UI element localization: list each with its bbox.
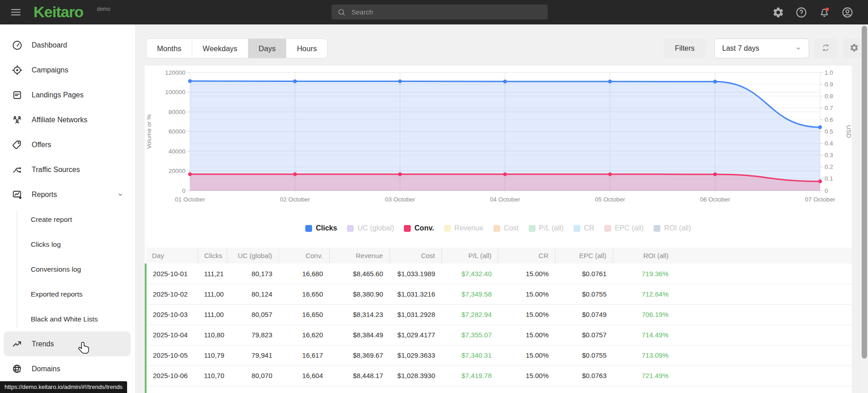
cell-cost: $1,029.4177 [389, 325, 441, 345]
app-logo[interactable]: Keitaro [33, 3, 83, 21]
legend-item-p-l-all-[interactable]: P/L (all) [529, 224, 564, 232]
col-header-cost[interactable]: Cost [389, 248, 441, 264]
cell-cost: $1,031.2928 [389, 304, 441, 325]
legend-label: EPC (all) [615, 224, 644, 232]
table-row: 2025-10-02111,0080,12416,650$8,380.90$1,… [146, 284, 852, 304]
sidebar-item-affiliate-networks[interactable]: Affiliate Networks [0, 107, 135, 132]
refresh-button[interactable] [814, 38, 838, 58]
cell-roi-all-: 719.36% [613, 264, 675, 284]
col-header-conv-[interactable]: Conv. [279, 248, 329, 264]
sidebar-item-traffic-sources[interactable]: Traffic Sources [0, 157, 135, 182]
cell-day: 2025-10-01 [146, 264, 198, 284]
col-header-roi-all-[interactable]: ROI (all) [613, 248, 675, 264]
sidebar-item-dashboard[interactable]: Dashboard [0, 33, 135, 58]
tab-months[interactable]: Months [147, 39, 192, 58]
col-header-day[interactable]: Day [146, 248, 198, 264]
legend-label: CR [584, 224, 594, 232]
date-range-value: Last 7 days [722, 44, 794, 53]
chevron-down-icon [116, 191, 124, 199]
cell-uc-global-: 80,057 [227, 304, 279, 325]
col-header-clicks[interactable]: Clicks [198, 248, 227, 264]
svg-text:05 October: 05 October [595, 196, 625, 203]
period-tabs: MonthsWeekdaysDaysHours [146, 38, 327, 58]
col-header-epc-all-[interactable]: EPC (all) [555, 248, 613, 264]
cell-p-l-all-: $7,355.07 [441, 325, 498, 345]
chart-svg: 00.10.20.30.40.50.60.70.80.91.0020000400… [145, 66, 852, 216]
svg-text:01 October: 01 October [175, 196, 205, 203]
legend-swatch [404, 225, 411, 232]
sidebar-item-landings-pages[interactable]: Landings Pages [0, 82, 135, 107]
legend-item-revenue[interactable]: Revenue [444, 224, 484, 232]
svg-text:1.0: 1.0 [825, 69, 833, 76]
legend-swatch [529, 225, 536, 232]
env-label: demo [97, 6, 110, 12]
campaigns-icon [12, 65, 23, 76]
cell-cost: $1,033.1989 [389, 264, 441, 284]
table-row: 2025-10-0764,4044,4579,449$4,399.84$597.… [146, 386, 852, 393]
cell-uc-global-: 80,070 [227, 365, 279, 386]
sidebar-subitem-clicks-log[interactable]: Clicks log [0, 232, 135, 257]
cell-clicks: 110,79 [198, 345, 227, 365]
sidebar-subitem-black-and-white-lists[interactable]: Black and White Lists [0, 307, 135, 331]
col-header-revenue[interactable]: Revenue [329, 248, 389, 264]
cell-cr: 15.00% [498, 284, 555, 304]
tab-weekdays[interactable]: Weekdays [192, 39, 248, 58]
col-header-cr[interactable]: CR [498, 248, 555, 264]
sidebar-item-trends[interactable]: Trends [4, 331, 131, 356]
legend-item-cr[interactable]: CR [574, 224, 594, 232]
cell-conv-: 16,604 [279, 365, 329, 386]
tab-hours[interactable]: Hours [286, 39, 327, 58]
sidebar-item-reports[interactable]: Reports [0, 182, 135, 207]
sidebar: DashboardCampaignsLandings PagesAffiliat… [0, 24, 136, 393]
search-box[interactable] [332, 5, 548, 19]
scrollbar-thumb[interactable] [862, 26, 867, 359]
legend-item-clicks[interactable]: Clicks [305, 224, 337, 232]
affiliates-icon [12, 115, 23, 125]
sidebar-item-offers[interactable]: $Offers [0, 132, 135, 157]
cell-roi-all-: 713.09% [613, 345, 675, 365]
status-url: https://demo.keitaro.io/admin/#!/trends/… [0, 381, 127, 393]
report-controls: Filters Last 7 days [664, 38, 866, 58]
cell-p-l-all-: $7,432.40 [441, 264, 498, 284]
cell-cr: 15.00% [498, 264, 555, 284]
account-icon[interactable] [841, 6, 854, 19]
notifications-icon[interactable] [818, 6, 830, 19]
cell-day: 2025-10-06 [146, 365, 198, 386]
search-icon [337, 8, 346, 17]
col-header-uc-global-[interactable]: UC (global) [227, 248, 279, 264]
help-icon[interactable] [795, 6, 807, 19]
legend-item-epc-all-[interactable]: EPC (all) [604, 224, 644, 232]
legend-item-roi-all-[interactable]: ROI (all) [654, 224, 691, 232]
settings-icon[interactable] [772, 6, 784, 19]
sidebar-subitem-exported-reports[interactable]: Exported reports [0, 282, 135, 307]
trends-card: 00.10.20.30.40.50.60.70.80.91.0020000400… [145, 66, 852, 393]
sidebar-subitem-conversions-log[interactable]: Conversions log [0, 257, 135, 282]
svg-text:0.6: 0.6 [825, 116, 833, 123]
legend-item-uc-global-[interactable]: UC (global) [347, 224, 394, 232]
cell-revenue: $4,399.84 [329, 386, 389, 393]
legend-item-conv-[interactable]: Conv. [404, 224, 434, 232]
col-header-p-l-all-[interactable]: P/L (all) [441, 248, 498, 264]
date-range-dropdown[interactable]: Last 7 days [714, 38, 809, 58]
sidebar-item-campaigns[interactable]: Campaigns [0, 58, 135, 82]
scrollbar[interactable] [861, 24, 868, 393]
sidebar-item-label: Traffic Sources [32, 166, 80, 174]
filters-button[interactable]: Filters [664, 38, 706, 58]
reports-submenu: Create reportClicks logConversions logEx… [0, 207, 135, 331]
cell-p-l-all-: $4,046.46 [441, 386, 498, 393]
menu-icon[interactable] [9, 6, 23, 19]
search-input[interactable] [351, 8, 542, 16]
gear-icon [849, 43, 859, 54]
sidebar-item-label: Affiliate Networks [32, 116, 87, 124]
sidebar-item-domains[interactable]: Domains [0, 356, 135, 381]
cell-epc-all-: $0.0761 [555, 264, 613, 284]
svg-text:03 October: 03 October [385, 196, 415, 203]
tab-days[interactable]: Days [248, 39, 286, 58]
cell-conv-: 16,617 [279, 345, 329, 365]
cell-conv-: 16,680 [279, 264, 329, 284]
cell-epc-all-: $0.0755 [555, 284, 613, 304]
legend-swatch [444, 225, 451, 232]
table-row: 2025-10-04110,8079,82316,620$8,384.49$1,… [146, 325, 852, 345]
legend-item-cost[interactable]: Cost [493, 224, 519, 232]
sidebar-subitem-create-report[interactable]: Create report [0, 207, 135, 232]
